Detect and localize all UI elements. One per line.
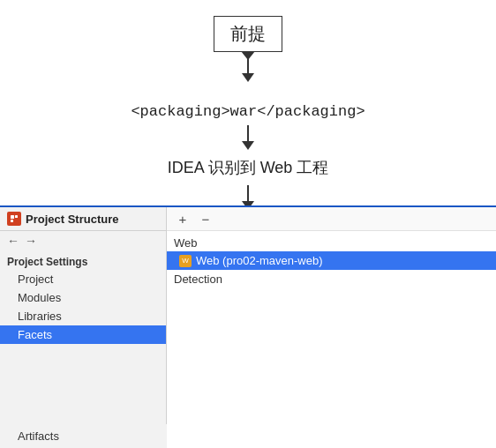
ide-panel: Project Structure ← → Project Settings P… <box>0 205 496 448</box>
forward-button[interactable]: → <box>25 234 37 248</box>
bubble-text: 前提 <box>230 24 266 43</box>
arrow-2 <box>242 125 254 150</box>
web-icon: W <box>179 255 192 267</box>
sidebar-title: Project Structure <box>26 213 118 226</box>
web-section-label: Web <box>167 235 496 251</box>
back-button[interactable]: ← <box>7 234 19 248</box>
premise-bubble: 前提 <box>214 16 282 52</box>
web-list-item[interactable]: W Web (pro02-maven-web) <box>167 251 496 270</box>
toolbar: + − <box>167 207 496 231</box>
detection-label: Detection <box>167 270 496 288</box>
sidebar-item-project[interactable]: Project <box>0 270 166 288</box>
svg-rect-2 <box>11 220 13 222</box>
sidebar-item-libraries[interactable]: Libraries <box>0 307 166 325</box>
sidebar: Project Structure ← → Project Settings P… <box>0 207 167 448</box>
packaging-text: <packaging>war</packaging> <box>131 103 364 120</box>
svg-rect-1 <box>15 215 18 218</box>
sidebar-item-modules[interactable]: Modules <box>0 288 166 307</box>
content-list: Web W Web (pro02-maven-web) Detection <box>167 231 496 448</box>
diagram-area: 前提 <packaging>war</packaging> IDEA 识别到 W… <box>0 0 496 238</box>
remove-button[interactable]: − <box>197 210 214 228</box>
project-structure-icon <box>7 212 21 226</box>
add-button[interactable]: + <box>174 210 192 228</box>
nav-arrows: ← → <box>0 231 166 250</box>
step1-text: IDEA 识别到 Web 工程 <box>168 157 329 178</box>
content-area: + − Web W Web (pro02-maven-web) Detectio… <box>167 207 496 448</box>
arrow-1 <box>242 57 254 82</box>
sidebar-item-artifacts[interactable]: Artifacts <box>0 424 167 448</box>
web-item-label: Web (pro02-maven-web) <box>196 254 323 267</box>
project-settings-label: Project Settings <box>0 250 166 270</box>
sidebar-item-facets[interactable]: Facets <box>0 325 166 344</box>
sidebar-header: Project Structure <box>0 207 166 231</box>
svg-rect-0 <box>11 215 14 219</box>
